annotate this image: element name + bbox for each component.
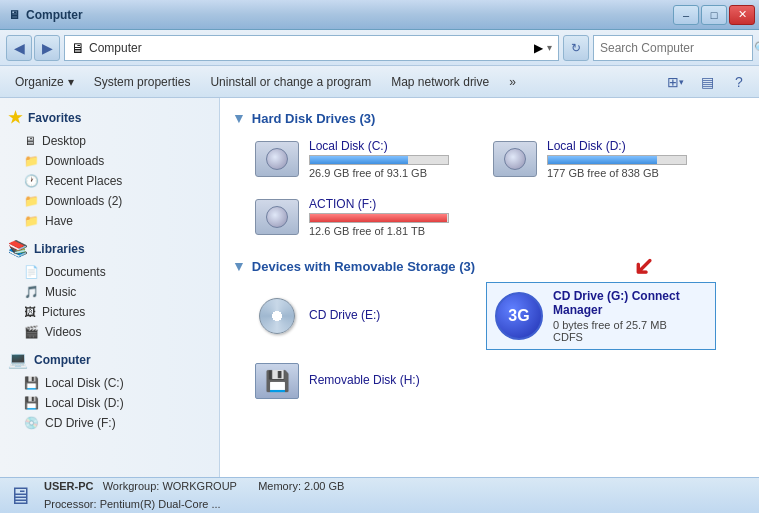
sidebar-section-computer: 💻 Computer 💾 Local Disk (C:) 💾 Local Dis… xyxy=(0,346,219,433)
search-input[interactable] xyxy=(600,41,750,55)
sidebar-item-downloads-2[interactable]: 📁 Downloads (2) xyxy=(0,191,219,211)
status-bar: 🖥 USER-PC Workgroup: WORKGROUP Memory: 2… xyxy=(0,477,759,513)
cd-drive-f-icon: 💿 xyxy=(24,416,39,430)
view-options-button[interactable]: ⊞ ▾ xyxy=(661,69,689,95)
sidebar-item-have[interactable]: 📁 Have xyxy=(0,211,219,231)
sidebar-item-cd-drive-f[interactable]: 💿 CD Drive (F:) xyxy=(0,413,219,433)
organize-button[interactable]: Organize ▾ xyxy=(6,69,83,95)
status-processor: Processor: Pentium(R) Dual-Core ... xyxy=(44,498,221,510)
sidebar-favorites-header[interactable]: ★ Favorites xyxy=(0,104,219,131)
sidebar-item-documents[interactable]: 📄 Documents xyxy=(0,262,219,282)
view-dropdown-icon: ▾ xyxy=(679,77,684,87)
drive-d-free: 177 GB free of 838 GB xyxy=(547,167,709,179)
drive-item-h[interactable]: 💾 Removable Disk (H:) xyxy=(248,358,478,404)
maximize-button[interactable]: □ xyxy=(701,5,727,25)
sidebar: ★ Favorites 🖥 Desktop 📁 Downloads 🕐 Rece… xyxy=(0,98,220,477)
hard-disk-c-icon xyxy=(255,141,299,177)
3g-drive-icon: 3G xyxy=(495,292,543,340)
address-chevron-icon: ▶ xyxy=(534,41,543,55)
main-content: ★ Favorites 🖥 Desktop 📁 Downloads 🕐 Rece… xyxy=(0,98,759,477)
drive-c-name: Local Disk (C:) xyxy=(309,139,471,153)
sidebar-videos-label: Videos xyxy=(45,325,81,339)
sidebar-recent-places-label: Recent Places xyxy=(45,174,122,188)
uninstall-button[interactable]: Uninstall or change a program xyxy=(201,69,380,95)
address-path-icon: 🖥 xyxy=(71,40,85,56)
star-icon: ★ xyxy=(8,108,22,127)
sidebar-libraries-header[interactable]: 📚 Libraries xyxy=(0,235,219,262)
sidebar-item-desktop[interactable]: 🖥 Desktop xyxy=(0,131,219,151)
refresh-button[interactable]: ↻ xyxy=(563,35,589,61)
title-bar-icon: 🖥 xyxy=(8,8,20,22)
local-disk-c-icon: 💾 xyxy=(24,376,39,390)
downloads-icon: 📁 xyxy=(24,154,39,168)
help-button[interactable]: ? xyxy=(725,69,753,95)
search-box[interactable]: 🔍 xyxy=(593,35,753,61)
drive-item-f[interactable]: ACTION (F:) 12.6 GB free of 1.81 TB xyxy=(248,192,478,242)
sidebar-item-videos[interactable]: 🎬 Videos xyxy=(0,322,219,342)
drive-e-info: CD Drive (E:) xyxy=(309,308,471,324)
hard-disk-f-icon xyxy=(255,199,299,235)
sidebar-item-music[interactable]: 🎵 Music xyxy=(0,282,219,302)
drive-f-name: ACTION (F:) xyxy=(309,197,471,211)
sidebar-have-label: Have xyxy=(45,214,73,228)
desktop-icon: 🖥 xyxy=(24,134,36,148)
minimize-button[interactable]: – xyxy=(673,5,699,25)
address-dropdown-icon[interactable]: ▾ xyxy=(547,42,552,53)
downloads2-icon: 📁 xyxy=(24,194,39,208)
more-button[interactable]: » xyxy=(500,69,525,95)
refresh-icon: ↻ xyxy=(571,41,581,55)
music-icon: 🎵 xyxy=(24,285,39,299)
sidebar-computer-header[interactable]: 💻 Computer xyxy=(0,346,219,373)
drive-d-info: Local Disk (D:) 177 GB free of 838 GB xyxy=(547,139,709,179)
search-icon[interactable]: 🔍 xyxy=(754,41,759,55)
status-memory: Memory: 2.00 GB xyxy=(258,480,344,492)
drive-g-wrapper: ➜ 3G CD Drive (G:) Connect Manager 0 byt… xyxy=(486,282,716,350)
sidebar-downloads2-label: Downloads (2) xyxy=(45,194,122,208)
sidebar-item-downloads[interactable]: 📁 Downloads xyxy=(0,151,219,171)
drive-g-info: CD Drive (G:) Connect Manager 0 bytes fr… xyxy=(553,289,707,343)
sidebar-documents-label: Documents xyxy=(45,265,106,279)
hard-disk-drives-grid: Local Disk (C:) 26.9 GB free of 93.1 GB … xyxy=(232,134,747,242)
sidebar-item-recent-places[interactable]: 🕐 Recent Places xyxy=(0,171,219,191)
map-network-button[interactable]: Map network drive xyxy=(382,69,498,95)
drive-f-progress-bar xyxy=(310,214,447,222)
close-button[interactable]: ✕ xyxy=(729,5,755,25)
removable-drives-grid: CD Drive (E:) ➜ 3G CD Drive (G:) Connect… xyxy=(232,282,747,404)
status-computer-name: USER-PC xyxy=(44,480,94,492)
sidebar-computer-label: Computer xyxy=(34,353,91,367)
drive-e-name: CD Drive (E:) xyxy=(309,308,471,322)
panel-icon: ▤ xyxy=(701,74,714,90)
drive-item-d[interactable]: Local Disk (D:) 177 GB free of 838 GB xyxy=(486,134,716,184)
status-line1: USER-PC Workgroup: WORKGROUP Memory: 2.0… xyxy=(44,478,751,496)
cd-disc-e xyxy=(259,298,295,334)
sidebar-local-disk-d-label: Local Disk (D:) xyxy=(45,396,124,410)
drive-item-c[interactable]: Local Disk (C:) 26.9 GB free of 93.1 GB xyxy=(248,134,478,184)
panel-toggle-button[interactable]: ▤ xyxy=(693,69,721,95)
forward-button[interactable]: ▶ xyxy=(34,35,60,61)
drive-d-progress-bar xyxy=(548,156,657,164)
system-properties-button[interactable]: System properties xyxy=(85,69,200,95)
sidebar-item-pictures[interactable]: 🖼 Pictures xyxy=(0,302,219,322)
hard-disk-d-icon xyxy=(493,141,537,177)
drive-c-progress-container xyxy=(309,155,449,165)
right-panel: ▼ Hard Disk Drives (3) Local Disk (C:) 2… xyxy=(220,98,759,477)
drive-c-free: 26.9 GB free of 93.1 GB xyxy=(309,167,471,179)
back-button[interactable]: ◀ xyxy=(6,35,32,61)
sidebar-cd-drive-f-label: CD Drive (F:) xyxy=(45,416,116,430)
hard-disk-section-header: ▼ Hard Disk Drives (3) xyxy=(232,110,747,126)
videos-icon: 🎬 xyxy=(24,325,39,339)
drive-h-info: Removable Disk (H:) xyxy=(309,373,471,389)
sidebar-section-favorites: ★ Favorites 🖥 Desktop 📁 Downloads 🕐 Rece… xyxy=(0,104,219,231)
drive-item-e[interactable]: CD Drive (E:) xyxy=(248,282,478,350)
sidebar-desktop-label: Desktop xyxy=(42,134,86,148)
pictures-icon: 🖼 xyxy=(24,305,36,319)
sidebar-libraries-label: Libraries xyxy=(34,242,85,256)
drive-g-free: 0 bytes free of 25.7 MB xyxy=(553,319,707,331)
drive-item-g[interactable]: 3G CD Drive (G:) Connect Manager 0 bytes… xyxy=(486,282,716,350)
local-disk-d-icon: 💾 xyxy=(24,396,39,410)
removable-h-icon: 💾 xyxy=(255,363,299,399)
sidebar-item-local-disk-c[interactable]: 💾 Local Disk (C:) xyxy=(0,373,219,393)
sidebar-item-local-disk-d[interactable]: 💾 Local Disk (D:) xyxy=(0,393,219,413)
address-field[interactable]: 🖥 Computer ▶ ▾ xyxy=(64,35,559,61)
title-bar: 🖥 Computer – □ ✕ xyxy=(0,0,759,30)
